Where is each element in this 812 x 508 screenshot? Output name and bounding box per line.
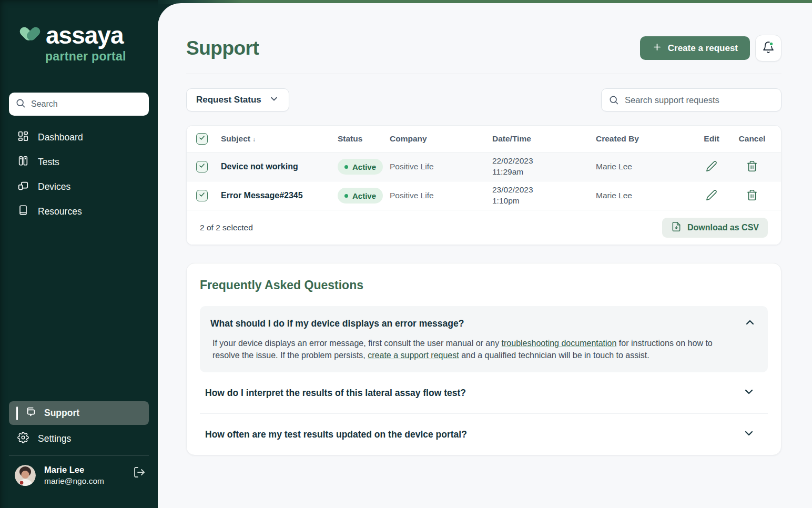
cell-subject: Device not working xyxy=(221,162,338,171)
chevron-down-icon[interactable] xyxy=(743,385,755,400)
sidebar-nav: Dashboard Tests xyxy=(9,125,149,224)
user-name: Marie Lee xyxy=(44,465,104,475)
resources-icon xyxy=(17,205,29,219)
column-header-company: Company xyxy=(390,134,492,144)
file-download-icon xyxy=(671,221,682,234)
column-header-edit: Edit xyxy=(691,134,733,144)
row-checkbox[interactable] xyxy=(196,161,208,172)
column-header-datetime: Date/Time xyxy=(492,134,596,144)
create-support-request-link[interactable]: create a support request xyxy=(368,351,459,360)
sidebar-item-tests[interactable]: Tests xyxy=(9,150,149,175)
status-badge: Active xyxy=(338,188,383,204)
download-csv-label: Download as CSV xyxy=(687,223,759,232)
cell-created-by: Marie Lee xyxy=(596,191,691,200)
trash-icon xyxy=(746,189,758,202)
sidebar-item-resources[interactable]: Resources xyxy=(9,199,149,224)
faq-item[interactable]: How do I interpret the results of this l… xyxy=(200,372,768,413)
faq-heading: Frequently Asked Questions xyxy=(200,278,768,292)
sidebar-item-settings[interactable]: Settings xyxy=(9,427,149,451)
page-header: Support Create a request xyxy=(186,35,781,62)
column-header-status: Status xyxy=(338,134,390,144)
sidebar-item-devices[interactable]: Devices xyxy=(9,175,149,199)
table-header-row: Subject↓ Status Company Date/Time Create… xyxy=(187,126,781,152)
sidebar-divider xyxy=(9,455,149,456)
cell-datetime: 22/02/2023 11:29am xyxy=(492,156,596,178)
page-title: Support xyxy=(186,37,259,59)
support-icon xyxy=(25,406,37,420)
settings-icon xyxy=(17,432,29,446)
download-csv-button[interactable]: Download as CSV xyxy=(662,218,768,238)
filters-row: Request Status xyxy=(186,88,781,111)
pencil-icon xyxy=(706,160,717,174)
checkbox-check-icon xyxy=(198,162,206,171)
checkbox-check-icon xyxy=(198,191,206,200)
faq-question: How often are my test results updated on… xyxy=(205,429,467,440)
sidebar-item-dashboard[interactable]: Dashboard xyxy=(9,125,149,150)
status-dot xyxy=(344,194,348,198)
cell-company: Positive Life xyxy=(390,162,492,171)
avatar xyxy=(15,465,36,486)
support-requests-table: Subject↓ Status Company Date/Time Create… xyxy=(186,125,781,245)
table-row: Error Message#2345 Active Positive Life … xyxy=(187,181,781,210)
sidebar-item-label: Support xyxy=(44,408,79,419)
faq-answer: If your device displays an error message… xyxy=(210,338,757,361)
user-email: marie@ngo.com xyxy=(44,476,104,486)
faq-item-expanded[interactable]: What should I do if my device displays a… xyxy=(200,306,768,372)
brand-name: assaya xyxy=(46,23,124,47)
user-profile: Marie Lee marie@ngo.com xyxy=(9,465,149,486)
main-content: Support Create a request xyxy=(158,3,812,508)
notifications-button[interactable] xyxy=(755,35,781,62)
chevron-up-icon[interactable] xyxy=(744,316,756,331)
request-status-dropdown[interactable]: Request Status xyxy=(186,88,289,111)
cell-company: Positive Life xyxy=(390,191,492,200)
column-header-created-by: Created By xyxy=(596,134,691,144)
cell-subject: Error Message#2345 xyxy=(221,191,338,200)
faq-question: What should I do if my device displays a… xyxy=(210,318,464,329)
header-divider xyxy=(186,74,781,74)
trash-icon xyxy=(746,160,758,174)
cancel-button[interactable] xyxy=(733,160,772,174)
sidebar-item-support[interactable]: Support xyxy=(9,401,149,425)
tests-icon xyxy=(17,155,29,169)
faq-question: How do I interpret the results of this l… xyxy=(205,388,466,399)
chevron-down-icon xyxy=(269,94,279,107)
checkbox-check-icon xyxy=(198,134,206,144)
cell-created-by: Marie Lee xyxy=(596,162,691,171)
cancel-button[interactable] xyxy=(733,189,772,202)
faq-section: Frequently Asked Questions What should I… xyxy=(186,263,781,455)
search-icon xyxy=(15,98,26,110)
selection-summary: 2 of 2 selected xyxy=(200,223,253,232)
plus-icon xyxy=(652,42,662,55)
column-header-subject[interactable]: Subject↓ xyxy=(221,134,338,144)
pencil-icon xyxy=(706,189,717,202)
devices-icon xyxy=(17,180,29,194)
chevron-down-icon[interactable] xyxy=(743,427,755,442)
create-request-button[interactable]: Create a request xyxy=(640,36,750,60)
support-search-input[interactable] xyxy=(601,88,781,111)
sidebar-item-label: Dashboard xyxy=(38,132,83,143)
sidebar-item-label: Devices xyxy=(38,181,70,192)
troubleshooting-documentation-link[interactable]: troubleshooting documentation xyxy=(502,339,617,348)
bell-icon xyxy=(762,41,775,55)
app-window: assaya partner portal Dashboard xyxy=(0,0,812,508)
faq-item[interactable]: How often are my test results updated on… xyxy=(200,414,768,455)
brand-logo: assaya partner portal xyxy=(18,23,126,64)
sidebar-search-input[interactable] xyxy=(31,99,143,109)
sort-down-icon: ↓ xyxy=(252,136,256,143)
edit-button[interactable] xyxy=(691,189,733,202)
sidebar-item-label: Tests xyxy=(38,157,59,168)
table-footer: 2 of 2 selected Download as CSV xyxy=(187,210,781,245)
active-indicator-bar xyxy=(16,407,18,420)
status-dot xyxy=(344,165,348,169)
dashboard-icon xyxy=(17,130,29,145)
cell-datetime: 23/02/2023 1:10pm xyxy=(492,185,596,207)
create-request-label: Create a request xyxy=(668,43,738,54)
select-all-checkbox[interactable] xyxy=(196,133,208,145)
row-checkbox[interactable] xyxy=(196,190,208,201)
sidebar-nav-bottom: Support Settings xyxy=(9,401,149,486)
logout-button[interactable] xyxy=(133,466,146,480)
sidebar-item-label: Resources xyxy=(38,206,82,217)
sidebar-search[interactable] xyxy=(9,93,149,116)
edit-button[interactable] xyxy=(691,160,733,174)
sidebar: assaya partner portal Dashboard xyxy=(0,0,158,508)
